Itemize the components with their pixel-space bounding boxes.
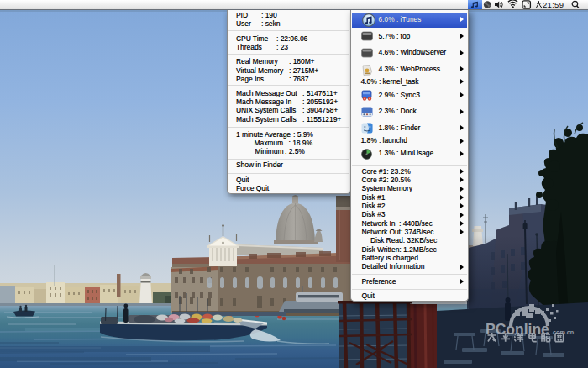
svg-text:.com.cn: .com.cn	[551, 329, 574, 336]
